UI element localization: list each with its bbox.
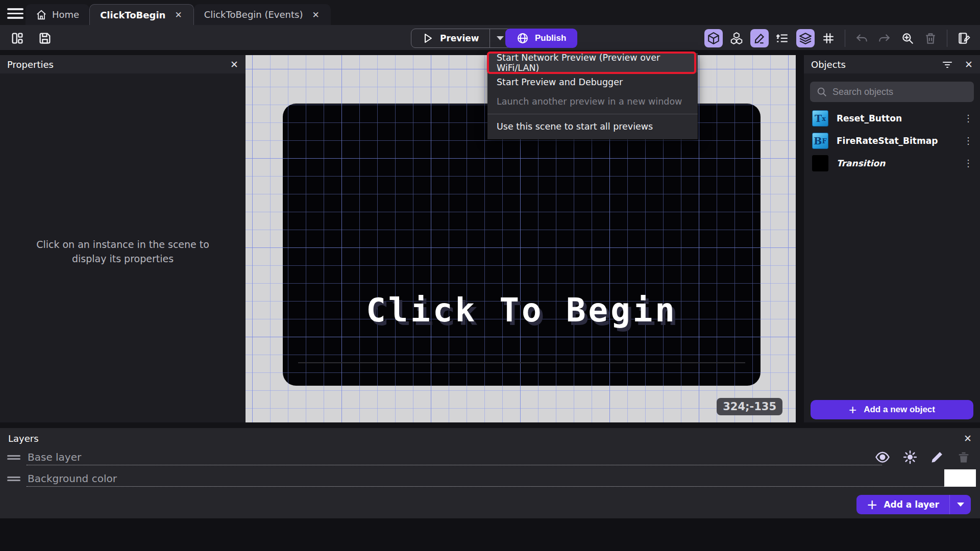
add-object-label: Add a new object (864, 405, 935, 415)
text-object-icon: Tx (812, 110, 828, 127)
edit-layer-pencil-icon[interactable] (930, 450, 944, 464)
menu-item-network-preview[interactable]: Start Network Preview (Preview over WiFi… (487, 53, 698, 72)
instances-list-icon[interactable] (773, 29, 792, 47)
close-icon[interactable]: ✕ (230, 60, 238, 69)
layer-name-underline (27, 486, 972, 487)
globe-icon (517, 32, 529, 44)
edit-selection-icon[interactable] (750, 29, 769, 47)
menu-item-another-preview: Launch another preview in a new window (487, 92, 698, 111)
black-square-object-icon (812, 155, 828, 171)
drag-handle-icon[interactable] (7, 454, 20, 461)
tab-clicktobegin-events[interactable]: ClickToBegin (Events) ✕ (194, 4, 331, 25)
tab-label: ClickToBegin (Events) (204, 9, 303, 20)
scene-divider-line (298, 362, 745, 363)
layers-panel: Layers ✕ Base layer (0, 428, 980, 518)
gdevelop-editor-window: Home ClickToBegin ✕ ClickToBegin (Events… (0, 0, 980, 551)
object-menu-icon[interactable]: ⋮ (963, 161, 974, 166)
scene-title-text[interactable]: Click To Begin (283, 291, 761, 329)
layers-title: Layers (8, 433, 964, 444)
main-menu-icon[interactable] (7, 8, 23, 19)
objects-search-box[interactable] (810, 82, 974, 102)
background-color-swatch[interactable] (944, 469, 976, 487)
save-icon[interactable] (36, 29, 54, 47)
object-name: FireRateStat_Bitmap (837, 136, 954, 146)
publish-button-label: Publish (535, 33, 566, 43)
delete-layer-icon[interactable] (957, 450, 971, 464)
close-tab-icon[interactable]: ✕ (174, 10, 183, 20)
visibility-eye-icon[interactable] (875, 449, 890, 465)
menu-item-preview-debugger[interactable]: Start Preview and Debugger (487, 72, 698, 92)
play-icon (422, 32, 434, 44)
tab-home[interactable]: Home (26, 4, 89, 25)
object-menu-icon[interactable]: ⋮ (963, 116, 974, 121)
layer-name[interactable]: Base layer (28, 451, 81, 463)
object-menu-icon[interactable]: ⋮ (963, 138, 974, 143)
objects-panel: Objects ✕ Tx Reset_Button ⋮ BF FireRateS… (804, 55, 980, 422)
tab-bar: Home ClickToBegin ✕ ClickToBegin (Events… (0, 0, 980, 25)
zoom-in-icon[interactable] (898, 29, 917, 47)
plus-icon: + (849, 403, 856, 416)
publish-button[interactable]: Publish (505, 29, 577, 48)
grid-icon[interactable] (819, 29, 838, 47)
properties-header: Properties ✕ (0, 55, 246, 73)
editor-toolbar-icons (704, 29, 973, 48)
filter-icon[interactable] (941, 58, 953, 70)
tab-label: Home (52, 9, 79, 20)
delete-icon[interactable] (921, 29, 940, 47)
close-icon[interactable]: ✕ (965, 60, 973, 69)
layer-name[interactable]: Background color (28, 472, 117, 485)
search-icon (816, 86, 827, 97)
add-layer-button[interactable]: + Add a layer (856, 498, 949, 511)
layer-name-underline (27, 465, 882, 465)
object-row-fireratestat-bitmap[interactable]: BF FireRateStat_Bitmap ⋮ (804, 130, 980, 152)
close-icon[interactable]: ✕ (964, 434, 972, 443)
cursor-coordinates-badge: 324;-135 (717, 398, 782, 415)
redo-icon[interactable] (875, 29, 894, 47)
preview-button-label: Preview (440, 33, 479, 43)
objects-cubes-icon[interactable] (727, 29, 746, 47)
plus-icon: + (867, 498, 878, 511)
add-new-object-button[interactable]: + Add a new object (811, 400, 973, 419)
tab-label: ClickToBegin (100, 10, 165, 20)
properties-panel: Properties ✕ Click on an instance in the… (0, 55, 246, 422)
home-icon (36, 9, 47, 20)
layers-panel-icon[interactable] (796, 29, 815, 47)
drag-handle-icon[interactable] (7, 475, 20, 483)
layer-row-base-layer: Base layer (0, 447, 980, 467)
chevron-down-icon (957, 503, 964, 507)
layer-effects-icon[interactable] (902, 449, 918, 465)
bitmap-text-object-icon: BF (812, 133, 828, 149)
preview-button[interactable]: Preview (411, 29, 489, 47)
close-tab-icon[interactable]: ✕ (311, 10, 320, 20)
add-layer-options-arrow[interactable] (949, 495, 971, 514)
objects-search-input[interactable] (832, 87, 968, 97)
objects-header: Objects ✕ (804, 55, 980, 73)
bottom-strip (0, 518, 980, 551)
scene-background-rect[interactable]: Click To Begin (283, 104, 761, 386)
object-name: Reset_Button (837, 113, 954, 123)
scene-properties-icon[interactable] (954, 29, 973, 47)
toolbar-divider (845, 30, 845, 47)
menu-item-start-all-previews[interactable]: Use this scene to start all previews (487, 117, 698, 136)
main-toolbar: Preview Publish (0, 25, 980, 50)
menu-divider (487, 114, 698, 114)
objects-title: Objects (811, 59, 941, 70)
add-layer-split-button: + Add a layer (856, 495, 971, 514)
properties-empty-message: Click on an instance in the scene to dis… (20, 238, 225, 266)
project-manager-icon[interactable] (8, 29, 27, 47)
layer-row-background-color: Background color (0, 468, 980, 489)
chevron-down-icon (497, 36, 504, 40)
undo-icon[interactable] (852, 29, 871, 47)
properties-title: Properties (7, 59, 230, 70)
object-row-transition[interactable]: Transition ⋮ (804, 152, 980, 174)
toolbar-divider (947, 30, 947, 47)
preview-options-menu: Start Network Preview (Preview over WiFi… (487, 53, 698, 139)
object-row-reset-button[interactable]: Tx Reset_Button ⋮ (804, 107, 980, 130)
add-layer-label: Add a layer (884, 499, 939, 510)
preview-split-button: Preview (411, 29, 511, 48)
tab-clicktobegin[interactable]: ClickToBegin ✕ (89, 4, 194, 25)
toggle-3d-view-icon[interactable] (704, 29, 723, 47)
object-name: Transition (837, 158, 954, 168)
